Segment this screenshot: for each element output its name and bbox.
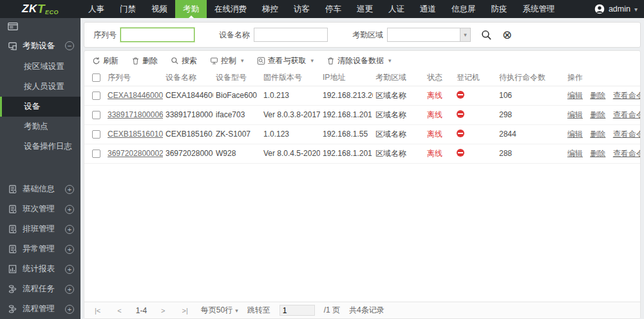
firmware-cell: Ver 8.0.4.5-20200316	[261, 144, 320, 163]
user-name: admin	[609, 5, 630, 14]
nav-epidemic[interactable]: 防疫	[484, 0, 515, 18]
delete-link[interactable]: 删除	[590, 110, 605, 119]
sidebar-module-shift-mgmt[interactable]: 班次管理 +	[0, 199, 80, 219]
filter-panel: 序列号 设备名称 考勤区域 ▾ ⊗	[84, 22, 641, 48]
edit-link[interactable]: 编辑	[567, 149, 583, 158]
area-cell: 区域名称	[373, 144, 424, 163]
edit-link[interactable]: 编辑	[567, 130, 583, 139]
sidebar-module-workflow-task[interactable]: 流程任务 +	[0, 279, 80, 299]
per-page-select[interactable]: 每页50行 ▾	[201, 305, 238, 316]
delete-link[interactable]: 删除	[590, 91, 605, 100]
serial-link[interactable]: CEXA184460005	[108, 91, 163, 100]
area-cell: 区域名称	[373, 86, 424, 105]
sidebar-item-device[interactable]: 设备	[0, 97, 80, 117]
area-filter-select[interactable]: ▾	[387, 28, 471, 42]
expand-icon[interactable]: +	[65, 245, 74, 254]
sidebar-group-attendance-device[interactable]: 考勤设备 −	[0, 35, 80, 57]
prev-page-button[interactable]: <	[113, 307, 125, 314]
control-button[interactable]: 控制 ▾	[210, 55, 244, 66]
view-get-label: 查看与获取	[268, 55, 307, 66]
row-checkbox[interactable]	[92, 92, 100, 100]
table-row: 3389171800006 3389171800006 iface703 Ver…	[84, 105, 640, 124]
nav-elevator[interactable]: 梯控	[254, 0, 286, 18]
shift-mgmt-icon	[8, 204, 17, 214]
view-commands-link[interactable]: 查看命令	[613, 91, 640, 100]
delete-link[interactable]: 删除	[590, 130, 605, 139]
clear-filter-icon: ⊗	[502, 29, 512, 41]
expand-icon[interactable]: +	[65, 285, 74, 294]
nav-personnel[interactable]: 人事	[80, 0, 112, 18]
nav-visitor[interactable]: 访客	[286, 0, 317, 18]
sidebar-module-statistics-report[interactable]: 统计报表 +	[0, 259, 80, 279]
sidebar-item-area-settings[interactable]: 按区域设置	[0, 57, 80, 77]
expand-icon[interactable]: +	[65, 205, 74, 214]
device-table: 序列号 设备名称 设备型号 固件版本号 IP地址 考勤区域 状态 登记机 待执行…	[84, 70, 640, 164]
view-commands-link[interactable]: 查看命令	[613, 130, 640, 139]
expand-icon[interactable]: +	[65, 185, 74, 194]
expand-icon[interactable]: +	[65, 265, 74, 274]
next-page-button[interactable]: >	[157, 307, 169, 314]
serial-filter-label: 序列号	[93, 30, 117, 41]
chevron-down-icon: ▾	[634, 6, 638, 13]
row-checkbox[interactable]	[92, 150, 100, 158]
delete-link[interactable]: 删除	[590, 149, 605, 158]
device-name-cell: 3697202800002	[163, 144, 213, 163]
nav-parking[interactable]: 停车	[317, 0, 349, 18]
view-get-button[interactable]: 查看与获取 ▾	[257, 55, 314, 66]
sidebar-toggle-button[interactable]	[0, 18, 80, 35]
sidebar-item-device-op-log[interactable]: 设备操作日志	[0, 137, 80, 157]
select-all-checkbox[interactable]	[92, 73, 100, 82]
page-total: /1 页	[324, 305, 340, 316]
nav-patrol[interactable]: 巡更	[349, 0, 381, 18]
edit-link[interactable]: 编辑	[567, 110, 583, 119]
search-button[interactable]: 搜索	[171, 55, 197, 66]
jump-page-input[interactable]	[279, 305, 315, 316]
filter-clear-button[interactable]: ⊗	[502, 29, 512, 41]
row-checkbox[interactable]	[92, 111, 100, 119]
nav-channel[interactable]: 通道	[412, 0, 444, 18]
user-menu[interactable]: admin ▾	[594, 0, 638, 18]
clear-device-data-button[interactable]: 清除设备数据 ▾	[327, 55, 392, 66]
filter-search-button[interactable]	[481, 30, 492, 41]
sidebar-item-personnel-settings[interactable]: 按人员设置	[0, 77, 80, 97]
sidebar-module-basic-info[interactable]: 基础信息 +	[0, 179, 80, 199]
expand-icon[interactable]: +	[65, 225, 74, 234]
refresh-icon	[92, 57, 100, 65]
view-commands-link[interactable]: 查看命令	[613, 110, 640, 119]
col-actions: 操作	[565, 70, 640, 86]
serial-filter-input[interactable]	[120, 28, 194, 42]
sidebar-module-schedule-mgmt[interactable]: 排班管理 +	[0, 219, 80, 239]
status-badge: 离线	[427, 130, 442, 139]
expand-icon[interactable]: +	[65, 305, 74, 314]
sidebar-module-exception-mgmt[interactable]: 异常管理 +	[0, 239, 80, 259]
serial-link[interactable]: 3697202800002	[108, 149, 163, 158]
row-checkbox[interactable]	[92, 130, 100, 139]
first-page-button[interactable]: |<	[91, 307, 104, 314]
sidebar-module-workflow-mgmt[interactable]: 流程管理 +	[0, 299, 80, 319]
refresh-label: 刷新	[103, 55, 118, 66]
col-device-model: 设备型号	[213, 70, 261, 86]
device-model-cell: ZK-S1007	[213, 124, 261, 144]
nav-system[interactable]: 系统管理	[515, 0, 563, 18]
nav-video[interactable]: 视频	[144, 0, 175, 18]
nav-online-consume[interactable]: 在线消费	[207, 0, 254, 18]
nav-access[interactable]: 门禁	[112, 0, 144, 18]
serial-link[interactable]: 3389171800006	[108, 110, 163, 119]
serial-link[interactable]: CEXB185160106	[108, 130, 163, 139]
edit-link[interactable]: 编辑	[567, 91, 583, 100]
nav-info-screen[interactable]: 信息屏	[444, 0, 484, 18]
last-page-button[interactable]: >|	[178, 307, 192, 314]
nav-id-verify[interactable]: 人证	[381, 0, 412, 18]
sidebar-item-attendance-point[interactable]: 考勤点	[0, 117, 80, 137]
nav-attendance[interactable]: 考勤	[175, 0, 207, 18]
trash-icon	[327, 57, 335, 65]
delete-button[interactable]: 删除	[131, 55, 158, 66]
select-caret-icon[interactable]: ▾	[460, 28, 470, 41]
refresh-button[interactable]: 刷新	[92, 55, 118, 66]
collapse-icon[interactable]: −	[65, 41, 74, 50]
device-model-cell: iface703	[213, 105, 261, 124]
search-icon	[171, 57, 179, 65]
device-name-filter-input[interactable]	[254, 28, 328, 42]
view-commands-link[interactable]: 查看命令	[613, 149, 640, 158]
device-model-cell: BioFace600	[213, 86, 261, 105]
